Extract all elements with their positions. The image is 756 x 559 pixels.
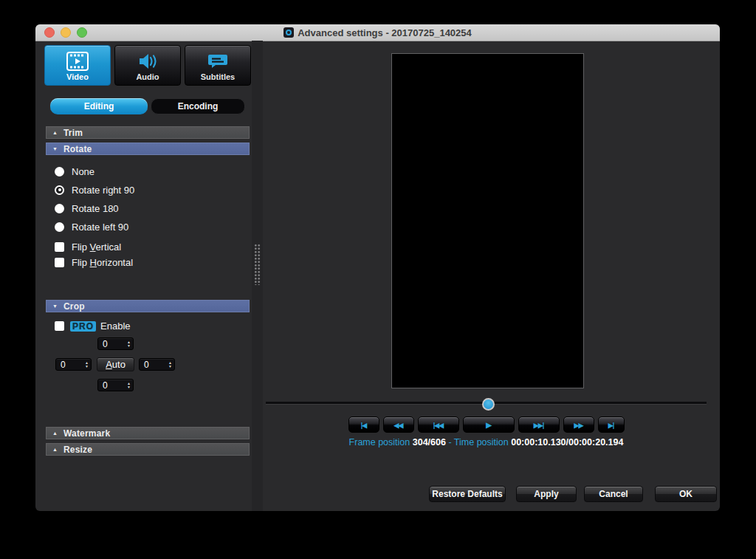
restore-defaults-button[interactable]: Restore Defaults — [429, 486, 506, 502]
crop-right-spinner[interactable]: 0 ▲▼ — [139, 358, 175, 371]
tab-subtitles[interactable]: Subtitles — [185, 45, 251, 86]
section-header-trim[interactable]: ▲ Trim — [46, 126, 250, 139]
crop-top-spinner[interactable]: 0 ▲▼ — [97, 337, 134, 350]
radio-icon — [55, 204, 64, 213]
subtab-editing[interactable]: Editing — [50, 98, 148, 114]
speech-bubble-icon — [185, 52, 250, 71]
tab-subtitles-label: Subtitles — [201, 72, 235, 81]
tab-video[interactable]: Video — [44, 45, 111, 86]
go-to-start-button[interactable]: |◀ — [348, 416, 379, 433]
seek-slider[interactable] — [266, 397, 707, 409]
section-header-watermark[interactable]: ▲ Watermark — [46, 427, 250, 439]
splitter-grip-icon[interactable] — [254, 244, 261, 285]
position-status: Frame position 304/606 - Time position 0… — [266, 437, 707, 447]
apply-button[interactable]: Apply — [516, 486, 577, 502]
dialog-button-row: Restore Defaults Apply Cancel OK — [429, 486, 717, 502]
radio-rotate-180[interactable]: Rotate 180 — [55, 202, 119, 215]
speaker-icon — [115, 52, 180, 71]
section-header-resize[interactable]: ▲ Resize — [46, 443, 250, 456]
checkbox-flip-horizontal[interactable]: Flip Horizontal — [55, 256, 133, 268]
app-icon — [284, 27, 294, 38]
checkbox-icon — [55, 321, 64, 331]
collapse-arrow-icon: ▲ — [52, 130, 58, 135]
ok-button[interactable]: OK — [655, 486, 717, 502]
window-title: Advanced settings - 20170725_140254 — [298, 27, 472, 38]
section-header-rotate[interactable]: ▼ Rotate — [46, 143, 250, 155]
expand-arrow-icon: ▼ — [52, 303, 58, 309]
crop-bottom-spinner[interactable]: 0 ▲▼ — [97, 379, 134, 391]
subtab-encoding[interactable]: Encoding — [151, 98, 245, 114]
checkbox-flip-vertical[interactable]: Flip Vertical — [55, 241, 121, 253]
expand-arrow-icon: ▼ — [52, 146, 58, 151]
minimize-button[interactable] — [61, 27, 71, 38]
radio-rotate-right-90[interactable]: Rotate right 90 — [55, 183, 134, 196]
film-icon — [45, 52, 110, 71]
tab-audio-label: Audio — [136, 72, 159, 81]
checkbox-icon — [55, 258, 64, 267]
next-keyframe-button[interactable]: ▶▶| — [518, 416, 560, 433]
panel-splitter[interactable] — [252, 41, 263, 511]
cancel-button[interactable]: Cancel — [584, 486, 643, 502]
tab-video-label: Video — [66, 72, 89, 81]
checkbox-crop-enable[interactable]: PRO Enable — [55, 320, 131, 332]
radio-icon — [55, 167, 64, 176]
video-preview — [391, 53, 584, 388]
time-position-value: 00:00:10.130/00:00:20.194 — [511, 437, 623, 447]
advanced-settings-window: Advanced settings - 20170725_140254 Vide… — [35, 24, 720, 511]
section-header-crop[interactable]: ▼ Crop — [46, 300, 250, 312]
pro-badge: PRO — [70, 321, 96, 332]
titlebar: Advanced settings - 20170725_140254 — [35, 24, 720, 41]
spinner-arrows-icon[interactable]: ▲▼ — [127, 382, 133, 389]
frame-position-value: 304/606 — [413, 437, 446, 447]
spinner-arrows-icon[interactable]: ▲▼ — [127, 340, 133, 348]
close-button[interactable] — [44, 27, 55, 38]
radio-icon — [55, 222, 64, 232]
spinner-arrows-icon[interactable]: ▲▼ — [85, 361, 91, 368]
crop-left-spinner[interactable]: 0 ▲▼ — [55, 358, 92, 371]
frame-position-label: Frame position — [349, 437, 410, 447]
tab-audio[interactable]: Audio — [114, 45, 181, 86]
collapse-arrow-icon: ▲ — [52, 447, 58, 452]
previous-keyframe-button[interactable]: |◀◀ — [418, 416, 459, 433]
rewind-button[interactable]: ◀◀ — [383, 416, 414, 433]
collapse-arrow-icon: ▲ — [52, 431, 58, 436]
time-position-label: Time position — [454, 437, 509, 447]
fast-forward-button[interactable]: ▶▶ — [563, 416, 594, 433]
checkbox-icon — [55, 242, 64, 252]
seek-thumb[interactable] — [482, 398, 495, 411]
spinner-arrows-icon[interactable]: ▲▼ — [168, 361, 174, 368]
crop-auto-button[interactable]: Auto — [97, 357, 134, 371]
radio-rotate-none[interactable]: None — [55, 165, 94, 178]
play-button[interactable]: ▶ — [463, 416, 515, 433]
radio-selected-icon — [55, 185, 64, 195]
zoom-button[interactable] — [77, 27, 87, 38]
transport-bar: |◀ ◀◀ |◀◀ ▶ ▶▶| ▶▶ ▶| — [266, 416, 707, 433]
radio-rotate-left-90[interactable]: Rotate left 90 — [55, 220, 128, 233]
go-to-end-button[interactable]: ▶| — [598, 416, 625, 433]
